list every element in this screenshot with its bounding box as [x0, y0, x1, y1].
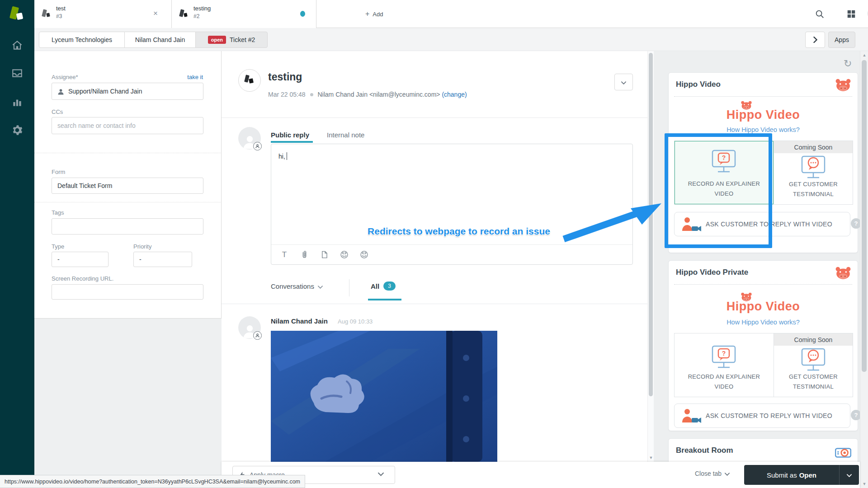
- apps-scrollbar[interactable]: ▲ ▼: [860, 51, 868, 488]
- hippo-options-row: ? RECORD AN EXPLAINER VIDEO Coming Soon …: [674, 333, 853, 397]
- message-image-attachment[interactable]: [271, 331, 497, 462]
- apps-grid-icon[interactable]: [844, 7, 858, 21]
- person-video-icon: [681, 216, 702, 232]
- person-video-icon: [681, 408, 702, 423]
- apps-button[interactable]: Apps: [828, 32, 855, 48]
- breakout-room-app-card: Breakout Room: [668, 438, 858, 462]
- reports-icon[interactable]: [10, 95, 24, 109]
- hippo-video-logo: Hippo Video: [669, 108, 858, 122]
- priority-label: Priority: [133, 243, 151, 250]
- ticket-properties-panel: Assignee* take it Support/Nilam Chand Ja…: [34, 51, 222, 319]
- tab-public-reply[interactable]: Public reply: [271, 131, 309, 139]
- tab-internal-note[interactable]: Internal note: [327, 131, 364, 139]
- ticket-main: testing Mar 22 05:48Nilam Chand Jain <ni…: [222, 51, 654, 462]
- take-it-link[interactable]: take it: [187, 74, 203, 80]
- app-title: Hippo Video Private: [676, 268, 748, 277]
- scrollbar-thumb[interactable]: [862, 60, 867, 372]
- admin-gear-icon[interactable]: [10, 123, 24, 137]
- submit-as-open-button[interactable]: Submit as Open: [744, 465, 839, 485]
- how-hippo-works-link[interactable]: How Hippo Video works?: [669, 126, 858, 133]
- close-tab-control[interactable]: Close tab: [695, 470, 730, 477]
- scrollbar-thumb[interactable]: [649, 53, 653, 396]
- unsaved-changes-dot: [300, 11, 305, 17]
- form-field[interactable]: Default Ticket Form: [52, 178, 203, 194]
- apps-sidebar: Hippo Video Hippo Video How Hippo Video …: [654, 51, 860, 462]
- ticket-source-avatar: [238, 69, 261, 92]
- help-icon[interactable]: ?: [851, 218, 860, 229]
- type-field[interactable]: -: [52, 252, 108, 267]
- record-card-label: RECORD AN EXPLAINER VIDEO: [675, 179, 773, 198]
- ask-customer-reply-video-button[interactable]: ASK CUSTOMER TO REPLY WITH VIDEO: [674, 212, 850, 236]
- record-explainer-video-card[interactable]: ? RECORD AN EXPLAINER VIDEO: [675, 333, 774, 397]
- ccs-field[interactable]: [52, 117, 203, 134]
- agent-role-badge: [253, 142, 262, 150]
- record-explainer-video-card[interactable]: ? RECORD AN EXPLAINER VIDEO: [675, 141, 774, 204]
- ask-customer-reply-video-button[interactable]: ASK CUSTOMER TO REPLY WITH VIDEO: [674, 404, 850, 428]
- ticket-created: Mar 22 05:48: [268, 91, 306, 98]
- ask-button-label: ASK CUSTOMER TO REPLY WITH VIDEO: [702, 412, 850, 419]
- conversations-filter[interactable]: Conversations: [271, 282, 323, 290]
- record-video-icon: ?: [709, 344, 739, 370]
- chevron-down-icon: [621, 78, 626, 86]
- section-divider: [34, 202, 222, 202]
- hippo-video-app-card: Hippo Video Hippo Video How Hippo Video …: [668, 72, 858, 253]
- status-url: https://www.hippovideo.io/video/home?aut…: [5, 479, 300, 485]
- ticket-label: Ticket #2: [230, 36, 255, 43]
- scroll-down-icon[interactable]: ▼: [860, 482, 868, 486]
- ticket-tab-test[interactable]: test #3 ×: [34, 0, 172, 28]
- screen-recording-url-field[interactable]: [52, 284, 203, 300]
- close-icon[interactable]: ×: [150, 8, 161, 19]
- testimonial-card-label: GET CUSTOMER TESTIMONIAL: [774, 372, 853, 391]
- link-status-bar: https://www.hippovideo.io/video/home?aut…: [0, 475, 305, 488]
- breadcrumb-ticket[interactable]: open Ticket #2: [195, 32, 268, 48]
- breadcrumb-org[interactable]: Lyceum Technologies: [39, 32, 125, 48]
- ticket-meta: Mar 22 05:48Nilam Chand Jain <nilam@lyce…: [268, 91, 467, 98]
- type-value: -: [57, 256, 60, 263]
- tab-all-conversations[interactable]: All 3: [371, 282, 396, 291]
- hippo-logo-head-icon: [740, 291, 753, 302]
- ticket-tab-testing-active[interactable]: testing #2: [172, 0, 316, 28]
- screen-recording-url-label: Screen Recording URL.: [52, 275, 113, 282]
- divider: [222, 117, 654, 118]
- svg-text:?: ?: [722, 350, 726, 357]
- section-divider: [34, 153, 222, 153]
- main-scrollbar[interactable]: ▼: [647, 51, 654, 462]
- change-requester-link[interactable]: (change): [442, 91, 467, 98]
- hippo-video-library-icon[interactable]: [357, 248, 371, 262]
- search-icon[interactable]: [813, 7, 826, 21]
- add-tab-button[interactable]: + Add: [358, 0, 390, 28]
- ticket-options-button[interactable]: [614, 74, 633, 90]
- get-customer-testimonial-card[interactable]: Coming Soon GET CUSTOMER TESTIMONIAL: [774, 141, 853, 204]
- help-icon[interactable]: ?: [851, 410, 860, 420]
- scroll-down-icon[interactable]: ▼: [648, 455, 654, 460]
- projector-camera-icon: [835, 445, 851, 460]
- attachment-icon[interactable]: [297, 248, 311, 262]
- record-card-label: RECORD AN EXPLAINER VIDEO: [675, 372, 774, 391]
- chevron-down-icon: [378, 471, 388, 479]
- hippo-video-record-icon[interactable]: [337, 248, 351, 262]
- collapse-apps-button[interactable]: [805, 32, 825, 48]
- assignee-field[interactable]: Support/Nilam Chand Jain: [52, 83, 203, 100]
- ccs-input[interactable]: [57, 122, 198, 129]
- divider: [349, 279, 349, 296]
- form-value: Default Ticket Form: [57, 182, 112, 189]
- breadcrumb-requester[interactable]: Nilam Chand Jain: [124, 32, 196, 48]
- message-timestamp: Aug 09 10:33: [338, 318, 373, 325]
- home-icon[interactable]: [10, 38, 24, 52]
- how-hippo-works-link[interactable]: How Hippo Video works?: [669, 319, 858, 326]
- insert-file-icon[interactable]: [317, 248, 331, 262]
- priority-field[interactable]: -: [133, 252, 192, 267]
- reply-editor[interactable]: hi, T: [271, 144, 633, 265]
- refresh-apps-icon[interactable]: ↻: [844, 58, 852, 70]
- text-format-icon[interactable]: T: [278, 248, 291, 262]
- hippo-icon: [835, 77, 851, 93]
- tags-field[interactable]: [52, 218, 203, 235]
- coming-soon-badge: Coming Soon: [774, 141, 853, 153]
- active-tab-underline: [368, 299, 401, 300]
- scroll-up-icon[interactable]: ▲: [860, 53, 868, 57]
- get-customer-testimonial-card[interactable]: Coming Soon GET CUSTOMER TESTIMONIAL: [774, 333, 853, 397]
- submit-status-dropdown[interactable]: [839, 465, 859, 485]
- plus-icon: +: [365, 10, 369, 18]
- assignee-value: Support/Nilam Chand Jain: [68, 88, 142, 95]
- views-icon[interactable]: [10, 66, 24, 80]
